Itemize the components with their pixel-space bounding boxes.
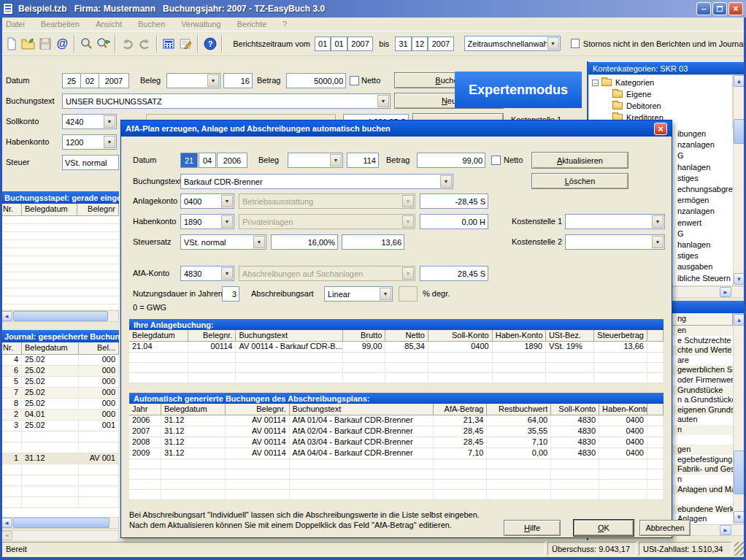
table-row-empty[interactable]: [129, 373, 664, 383]
table-row-empty[interactable]: [129, 459, 664, 469]
dlg-datum-year-field[interactable]: 2006: [217, 153, 247, 168]
journal-hscrollbar[interactable]: ◄: [0, 517, 119, 529]
table-row-empty[interactable]: [129, 480, 664, 490]
table-row[interactable]: 2007 31.12 AV 00114 AfA 02/04 - Barkauf …: [129, 426, 664, 437]
scroll-left-icon[interactable]: ◄: [1, 531, 12, 540]
table-row-empty[interactable]: [0, 464, 119, 475]
buchungstext-combo[interactable]: UNSER BUCHUNGSSATZ ▼: [62, 93, 391, 109]
table-row-empty[interactable]: [0, 442, 119, 453]
table-row-empty[interactable]: [129, 490, 664, 500]
maximize-button[interactable]: [712, 2, 727, 15]
afakonto-combo[interactable]: 4830 ▼: [180, 266, 234, 281]
table-row[interactable]: 21.04 00114 AV 00114 - Barkauf CDR-B... …: [129, 342, 664, 353]
tree-item-partial[interactable]: enwert: [672, 218, 733, 229]
steuer-field[interactable]: VSt. normal: [62, 155, 119, 170]
calculator-button[interactable]: [161, 34, 177, 53]
period-to-year[interactable]: 2007: [428, 37, 453, 51]
habenkonto-combo[interactable]: 1200 ▼: [62, 134, 117, 150]
table-row[interactable]: 3 25.02 001: [0, 421, 119, 431]
minimize-button[interactable]: –: [696, 2, 711, 15]
betrag-field[interactable]: 5000,00: [286, 73, 346, 88]
tree-item-partial[interactable]: hanlagen: [672, 162, 733, 173]
col-brutto[interactable]: Brutto: [343, 330, 386, 341]
stack-col-belegdatum[interactable]: Belegdatum: [22, 204, 77, 215]
search-next-button[interactable]: [95, 34, 112, 53]
datum-day-field[interactable]: 25: [62, 73, 81, 88]
steuersatz-combo[interactable]: VSt. normal ▼: [180, 234, 266, 250]
datum-month-field[interactable]: 02: [80, 73, 99, 88]
resize-grip[interactable]: [734, 542, 745, 556]
abbrechen-button[interactable]: Abbrechen: [639, 520, 691, 536]
menu-bearbeiten[interactable]: Bearbeiten: [41, 20, 80, 28]
table-row-empty[interactable]: [0, 497, 119, 508]
dlg-betrag-field[interactable]: 99,00: [417, 153, 485, 168]
menu-datei[interactable]: Datei: [6, 20, 25, 28]
journal-hscrollbar-thumb[interactable]: [13, 518, 109, 528]
col-belegnr[interactable]: Belegnr.: [188, 330, 237, 341]
stack-hscrollbar-thumb[interactable]: [13, 311, 108, 321]
dlg-beleg-combo[interactable]: ▼: [288, 153, 343, 168]
new-document-button[interactable]: [3, 34, 20, 53]
table-row-empty[interactable]: [0, 486, 119, 497]
search-button[interactable]: [78, 34, 95, 53]
tree-item-partial[interactable]: hanlagen: [672, 239, 733, 250]
journal-col-nr[interactable]: Nr.: [0, 342, 22, 354]
period-to-month[interactable]: 12: [412, 37, 428, 51]
table-row-empty[interactable]: [129, 353, 664, 363]
help-button[interactable]: ?: [201, 34, 218, 53]
stack-col-belegnr[interactable]: Belegnr: [77, 204, 119, 215]
abschreibungsart-combo[interactable]: Linear ▼: [324, 286, 393, 302]
expertenmodus-button[interactable]: Expertenmodus: [455, 72, 582, 108]
dlg-datum-month-field[interactable]: 04: [199, 153, 216, 168]
col-belegdatum[interactable]: Belegdatum: [129, 330, 188, 341]
tree-item-partial[interactable]: stiges: [672, 250, 733, 261]
col-restbuchwert[interactable]: Restbuchwert: [487, 404, 551, 415]
col-buchungstext[interactable]: Buchungstext: [290, 404, 434, 415]
period-from-day[interactable]: 01: [315, 37, 331, 51]
sollkonto-combo[interactable]: 4240 ▼: [62, 114, 117, 129]
aktualisieren-button[interactable]: Aktualisieren: [531, 152, 628, 169]
ok-button[interactable]: OK: [574, 520, 634, 536]
scroll-right-icon[interactable]: ►: [720, 525, 731, 535]
scroll-left-icon[interactable]: ◄: [1, 311, 12, 321]
period-from-year[interactable]: 2007: [347, 37, 373, 51]
netto-checkbox[interactable]: [350, 76, 359, 85]
dlg-buchungstext-combo[interactable]: Barkauf CDR-Brenner ▼: [180, 174, 453, 189]
kostenstelle1-combo[interactable]: ▼: [565, 214, 665, 229]
scroll-up-icon[interactable]: ▲: [734, 75, 745, 87]
dlg-datum-day-field[interactable]: 21: [180, 153, 198, 168]
journal-outer-hscrollbar[interactable]: ◄: [0, 530, 119, 541]
beleg-combo[interactable]: ▼: [166, 73, 220, 88]
redo-button[interactable]: [136, 34, 153, 53]
table-row-empty[interactable]: [129, 363, 664, 373]
anlagekonto-combo[interactable]: 0400 ▼: [180, 193, 234, 209]
menu-ansicht[interactable]: Ansicht: [96, 20, 122, 28]
col-habenkonto[interactable]: Haben-Konto: [493, 330, 546, 341]
tree-item-partial[interactable]: ausgaben: [672, 261, 733, 272]
tree-item-partial[interactable]: echnungsabgrer: [672, 184, 733, 195]
tree-item-partial[interactable]: G: [672, 150, 733, 161]
menu-berichte[interactable]: Berichte: [237, 20, 266, 28]
tree-collapse-icon[interactable]: –: [592, 80, 599, 86]
tree-item-kategorien[interactable]: – Kategorien: [592, 77, 732, 88]
col-steuerbetrag[interactable]: Steuerbetrag: [594, 330, 647, 341]
scroll-up-icon[interactable]: ▲: [734, 314, 745, 326]
tree-item-partial[interactable]: ermögen: [672, 195, 733, 206]
col-belegnr[interactable]: Belegnr.: [226, 404, 290, 415]
table-row[interactable]: 6 25.02 000: [0, 366, 119, 377]
journal-col-belegdatum[interactable]: Belegdatum: [22, 342, 79, 354]
kostenstelle2-combo[interactable]: ▼: [565, 234, 665, 250]
col-netto[interactable]: Netto: [385, 330, 428, 341]
table-row-selected[interactable]: 1 31.12 AV 001: [0, 453, 119, 464]
tree-item-debitoren[interactable]: Debitoren: [612, 100, 732, 112]
stornos-checkbox[interactable]: [571, 39, 580, 48]
table-row[interactable]: 2 04.01 000: [0, 410, 119, 421]
table-row[interactable]: 8 25.02 000: [0, 399, 119, 410]
scroll-left-icon[interactable]: ◄: [1, 518, 12, 528]
table-row[interactable]: 5 25.02 000: [0, 377, 119, 388]
accounts-vscrollbar-thumb[interactable]: [734, 450, 745, 494]
scroll-right-icon[interactable]: ►: [720, 287, 731, 297]
dlg-habenkonto-combo[interactable]: 1890 ▼: [180, 214, 234, 229]
tree-item-partial[interactable]: nzanlagen: [672, 206, 733, 217]
menu-verwaltung[interactable]: Verwaltung: [181, 20, 220, 28]
